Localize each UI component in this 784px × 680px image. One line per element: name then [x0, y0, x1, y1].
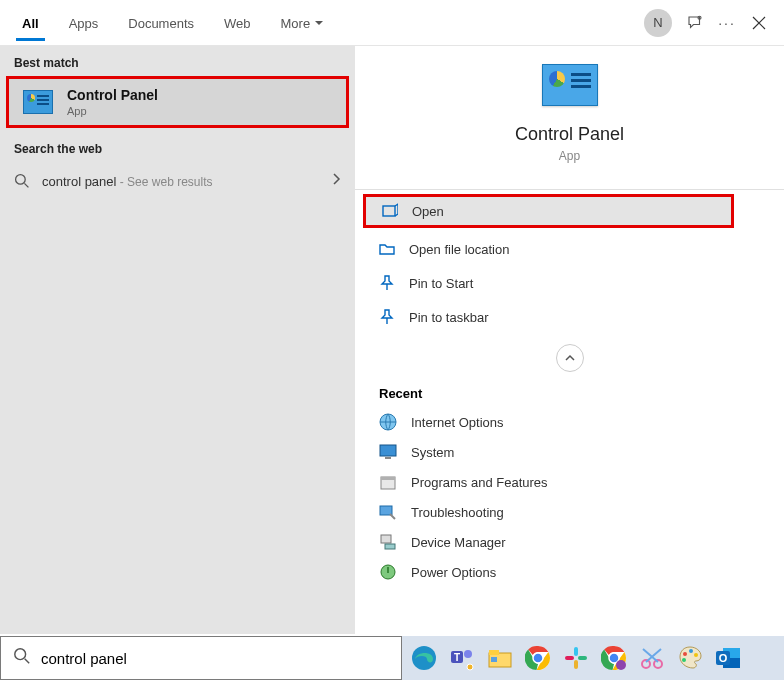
- details-header: Control Panel App: [355, 64, 784, 171]
- collapse-button[interactable]: [556, 344, 584, 372]
- svg-rect-23: [574, 647, 578, 656]
- more-options-icon[interactable]: ···: [718, 14, 736, 32]
- svg-point-29: [616, 660, 626, 670]
- filter-tabs: All Apps Documents Web More: [8, 6, 644, 40]
- taskbar-paint-icon[interactable]: [674, 642, 706, 674]
- taskbar-chrome2-icon[interactable]: [598, 642, 630, 674]
- action-open-label: Open: [412, 204, 444, 219]
- taskbar-edge-icon[interactable]: [408, 642, 440, 674]
- svg-rect-9: [381, 535, 391, 543]
- svg-rect-10: [385, 544, 395, 549]
- action-pin-taskbar[interactable]: Pin to taskbar: [355, 300, 784, 334]
- svg-rect-7: [381, 477, 395, 480]
- recent-programs[interactable]: Programs and Features: [355, 467, 784, 497]
- globe-icon: [379, 413, 397, 431]
- recent-item-label: Device Manager: [411, 535, 506, 550]
- action-pin-taskbar-label: Pin to taskbar: [409, 310, 489, 325]
- svg-point-1: [16, 175, 26, 185]
- search-bar[interactable]: [0, 636, 402, 680]
- tab-more[interactable]: More: [267, 6, 339, 40]
- tab-apps[interactable]: Apps: [55, 6, 113, 40]
- svg-point-33: [689, 649, 693, 653]
- close-icon[interactable]: [750, 14, 768, 32]
- recent-internet-options[interactable]: Internet Options: [355, 407, 784, 437]
- best-match-item[interactable]: Control Panel App: [6, 76, 349, 128]
- svg-rect-24: [578, 656, 587, 660]
- taskbar: T O: [402, 636, 784, 680]
- pin-icon: [379, 309, 395, 325]
- best-match-label: Best match: [0, 46, 355, 76]
- svg-point-32: [683, 652, 687, 656]
- svg-rect-19: [489, 650, 499, 655]
- details-title: Control Panel: [515, 124, 624, 145]
- chevron-right-icon: [331, 172, 341, 190]
- tab-all[interactable]: All: [8, 6, 53, 40]
- svg-text:T: T: [454, 652, 460, 663]
- svg-rect-20: [491, 657, 497, 662]
- action-open[interactable]: Open: [363, 194, 734, 228]
- svg-rect-8: [380, 506, 392, 515]
- search-web-label: Search the web: [0, 132, 355, 162]
- best-match-subtitle: App: [67, 105, 158, 117]
- svg-point-12: [15, 649, 26, 660]
- recent-item-label: Troubleshooting: [411, 505, 504, 520]
- left-results: Best match Control Panel App Search the …: [0, 46, 355, 634]
- divider: [355, 189, 784, 190]
- tab-documents[interactable]: Documents: [114, 6, 208, 40]
- pin-icon: [379, 275, 395, 291]
- best-match-title: Control Panel: [67, 87, 158, 103]
- control-panel-icon: [23, 90, 53, 114]
- header-actions: N ···: [644, 9, 776, 37]
- taskbar-outlook-icon[interactable]: O: [712, 642, 744, 674]
- taskbar-teams-icon[interactable]: T: [446, 642, 478, 674]
- user-avatar[interactable]: N: [644, 9, 672, 37]
- recent-device-manager[interactable]: Device Manager: [355, 527, 784, 557]
- action-open-file-location[interactable]: Open file location: [355, 232, 784, 266]
- taskbar-snip-icon[interactable]: [636, 642, 668, 674]
- details-pane: Control Panel App Open Open file locatio…: [355, 46, 784, 634]
- svg-point-16: [464, 650, 472, 658]
- recent-item-label: System: [411, 445, 454, 460]
- svg-rect-5: [385, 457, 391, 459]
- action-open-file-location-label: Open file location: [409, 242, 509, 257]
- search-input[interactable]: [41, 650, 389, 667]
- power-icon: [379, 563, 397, 581]
- feedback-icon[interactable]: [686, 14, 704, 32]
- open-icon: [382, 203, 398, 219]
- main-area: Best match Control Panel App Search the …: [0, 46, 784, 634]
- wrench-icon: [379, 503, 397, 521]
- device-icon: [379, 533, 397, 551]
- recent-troubleshooting[interactable]: Troubleshooting: [355, 497, 784, 527]
- taskbar-explorer-icon[interactable]: [484, 642, 516, 674]
- svg-point-22: [533, 653, 543, 663]
- monitor-icon: [379, 443, 397, 461]
- recent-item-label: Power Options: [411, 565, 496, 580]
- svg-rect-2: [383, 206, 395, 216]
- svg-point-34: [694, 653, 698, 657]
- web-result-row[interactable]: control panel - See web results: [0, 162, 355, 200]
- svg-rect-4: [380, 445, 396, 456]
- svg-text:O: O: [719, 652, 728, 664]
- best-match-text: Control Panel App: [67, 87, 158, 117]
- action-pin-start[interactable]: Pin to Start: [355, 266, 784, 300]
- tab-web[interactable]: Web: [210, 6, 265, 40]
- action-pin-start-label: Pin to Start: [409, 276, 473, 291]
- svg-rect-26: [565, 656, 574, 660]
- web-result-text: control panel - See web results: [42, 174, 319, 189]
- svg-point-17: [467, 664, 473, 670]
- details-subtitle: App: [559, 149, 580, 163]
- recent-power-options[interactable]: Power Options: [355, 557, 784, 587]
- header-bar: All Apps Documents Web More N ···: [0, 0, 784, 46]
- svg-point-35: [682, 658, 686, 662]
- box-icon: [379, 473, 397, 491]
- search-icon: [13, 647, 31, 669]
- recent-system[interactable]: System: [355, 437, 784, 467]
- taskbar-slack-icon[interactable]: [560, 642, 592, 674]
- svg-rect-25: [574, 660, 578, 669]
- recent-item-label: Programs and Features: [411, 475, 548, 490]
- recent-item-label: Internet Options: [411, 415, 504, 430]
- folder-icon: [379, 241, 395, 257]
- search-icon: [14, 173, 30, 189]
- taskbar-chrome-icon[interactable]: [522, 642, 554, 674]
- recent-label: Recent: [355, 372, 784, 407]
